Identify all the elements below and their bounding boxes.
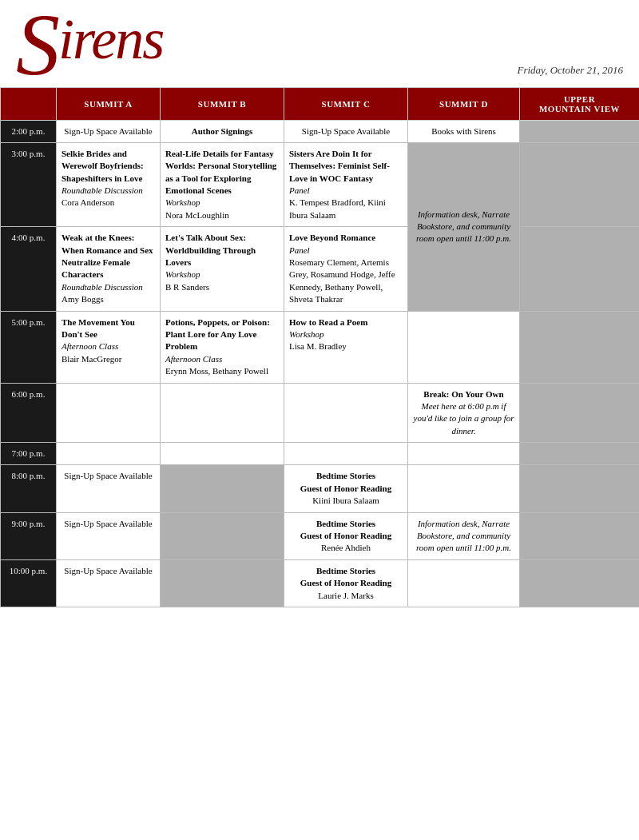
time-2pm: 2:00 p.m.	[1, 120, 57, 142]
7pm-summit-a	[57, 443, 161, 465]
5pm-summit-a: The Movement You Don't See Afternoon Cla…	[57, 311, 161, 383]
10pm-summit-a: Sign-Up Space Available	[57, 559, 161, 607]
event-subtitle: Guest of Honor Reading	[300, 484, 391, 493]
2pm-summit-b: Author Signings	[161, 120, 284, 142]
table-row: 7:00 p.m.	[1, 443, 640, 465]
5pm-summit-c: How to Read a Poem Workshop Lisa M. Brad…	[284, 311, 408, 383]
event-presenter: Cora Anderson	[62, 197, 114, 207]
event-presenter: Renée Ahdieh	[321, 543, 371, 552]
2pm-summit-a: Sign-Up Space Available	[57, 120, 161, 142]
logo-s: S	[16, 8, 58, 83]
10pm-summit-c: Bedtime Stories Guest of Honor Reading L…	[284, 559, 408, 607]
event-presenter: Lisa M. Bradley	[289, 341, 347, 351]
event-presenter: Blair MacGregor	[62, 354, 121, 364]
2pm-summit-d: Books with Sirens	[408, 120, 520, 142]
event-title: Real-Life Details for Fantasy Worlds: Pe…	[165, 149, 276, 195]
6pm-summit-c	[284, 383, 408, 443]
break-title: Break: On Your Own	[423, 389, 503, 399]
event-date: Friday, October 21, 2016	[517, 64, 623, 83]
3pm-summit-d: Information desk, Narrate Bookstore, and…	[408, 142, 520, 311]
10pm-summit-d	[408, 559, 520, 607]
col-summit-b: SUMMIT B	[161, 87, 284, 120]
7pm-upper-mv	[520, 443, 640, 465]
7pm-summit-c	[284, 443, 408, 465]
table-row: 9:00 p.m. Sign-Up Space Available Bedtim…	[1, 512, 640, 559]
8pm-summit-a: Sign-Up Space Available	[57, 465, 161, 512]
site-logo: Sirens	[16, 8, 163, 83]
event-presenter: Amy Boggs	[62, 294, 104, 304]
5pm-summit-d	[408, 311, 520, 383]
8pm-upper-mv	[520, 465, 640, 512]
6pm-summit-b	[161, 383, 284, 443]
table-row: 10:00 p.m. Sign-Up Space Available Bedti…	[1, 559, 640, 607]
time-9pm: 9:00 p.m.	[1, 512, 57, 559]
event-type: Workshop	[289, 329, 324, 339]
event-title: Bedtime Stories	[316, 519, 375, 528]
time-7pm: 7:00 p.m.	[1, 443, 57, 465]
event-subtitle: Guest of Honor Reading	[300, 578, 391, 587]
page-header: Sirens Friday, October 21, 2016	[0, 0, 639, 87]
info-desk-text: Information desk, Narrate Bookstore, and…	[413, 209, 514, 245]
9pm-summit-c: Bedtime Stories Guest of Honor Reading R…	[284, 512, 408, 559]
event-presenter: B R Sanders	[165, 282, 209, 292]
table-row: 3:00 p.m. Selkie Brides and Werewolf Boy…	[1, 142, 640, 226]
6pm-summit-d: Break: On Your Own Meet here at 6:00 p.m…	[408, 383, 520, 443]
event-subtitle: Guest of Honor Reading	[300, 531, 391, 540]
event-type: Panel	[289, 245, 310, 255]
4pm-summit-c: Love Beyond Romance Panel Rosemary Cleme…	[284, 227, 408, 311]
event-title: The Movement You Don't See	[62, 317, 135, 339]
event-presenter: Erynn Moss, Bethany Powell	[165, 366, 268, 376]
7pm-summit-b	[161, 443, 284, 465]
time-3pm: 3:00 p.m.	[1, 142, 57, 226]
event-title: Love Beyond Romance	[289, 233, 375, 242]
3pm-summit-a: Selkie Brides and Werewolf Boyfriends: S…	[57, 142, 161, 226]
3pm-summit-c: Sisters Are Doin It for Themselves: Femi…	[284, 142, 408, 226]
8pm-summit-b	[161, 465, 284, 512]
event-title: Let's Talk About Sex: Worldbuilding Thro…	[165, 233, 256, 267]
col-summit-d: SUMMIT D	[408, 87, 520, 120]
4pm-upper-mv	[520, 227, 640, 311]
event-type: Roundtable Discussion	[62, 185, 143, 195]
2pm-upper-mv	[520, 120, 640, 142]
event-type: Workshop	[165, 197, 200, 207]
4pm-summit-a: Weak at the Knees: When Romance and Sex …	[57, 227, 161, 311]
9pm-summit-d: Information desk, Narrate Bookstore, and…	[408, 512, 520, 559]
event-title: Potions, Poppets, or Poison: Plant Lore …	[165, 317, 270, 352]
table-row: 4:00 p.m. Weak at the Knees: When Romanc…	[1, 227, 640, 311]
time-8pm: 8:00 p.m.	[1, 465, 57, 512]
event-title: Selkie Brides and Werewolf Boyfriends: S…	[62, 149, 144, 183]
event-presenter: Nora McLoughlin	[165, 210, 229, 220]
9pm-upper-mv	[520, 512, 640, 559]
event-title: Sisters Are Doin It for Themselves: Femi…	[289, 149, 390, 183]
col-summit-c: SUMMIT C	[284, 87, 408, 120]
2pm-summit-c: Sign-Up Space Available	[284, 120, 408, 142]
logo-text: irens	[58, 7, 163, 71]
table-header-row: SUMMIT A SUMMIT B SUMMIT C SUMMIT D UPPE…	[1, 87, 640, 120]
table-row: 8:00 p.m. Sign-Up Space Available Bedtim…	[1, 465, 640, 512]
5pm-upper-mv	[520, 311, 640, 383]
event-presenter: Laurie J. Marks	[318, 591, 373, 600]
time-5pm: 5:00 p.m.	[1, 311, 57, 383]
time-10pm: 10:00 p.m.	[1, 559, 57, 607]
event-type: Afternoon Class	[62, 341, 118, 351]
event-title: Weak at the Knees: When Romance and Sex …	[62, 233, 153, 279]
table-row: 5:00 p.m. The Movement You Don't See Aft…	[1, 311, 640, 383]
event-presenter: K. Tempest Bradford, Kiini Ibura Salaam	[289, 197, 386, 219]
3pm-upper-mv	[520, 142, 640, 226]
info-desk-text: Information desk, Narrate Bookstore, and…	[413, 518, 514, 555]
event-title: How to Read a Poem	[289, 317, 367, 327]
time-6pm: 6:00 p.m.	[1, 383, 57, 443]
col-upper-mv: UPPERMOUNTAIN VIEW	[520, 87, 640, 120]
event-type: Workshop	[165, 269, 200, 279]
5pm-summit-b: Potions, Poppets, or Poison: Plant Lore …	[161, 311, 284, 383]
break-subtitle: Meet here at 6:00 p.m if you'd like to j…	[414, 401, 514, 436]
event-presenter: Kiini Ibura Salaam	[312, 496, 379, 505]
10pm-summit-b	[161, 559, 284, 607]
event-type: Roundtable Discussion	[62, 282, 143, 292]
6pm-summit-a	[57, 383, 161, 443]
event-type: Afternoon Class	[165, 354, 222, 364]
schedule-table: SUMMIT A SUMMIT B SUMMIT C SUMMIT D UPPE…	[0, 87, 639, 608]
6pm-upper-mv	[520, 383, 640, 443]
3pm-summit-b: Real-Life Details for Fantasy Worlds: Pe…	[161, 142, 284, 226]
4pm-summit-b: Let's Talk About Sex: Worldbuilding Thro…	[161, 227, 284, 311]
